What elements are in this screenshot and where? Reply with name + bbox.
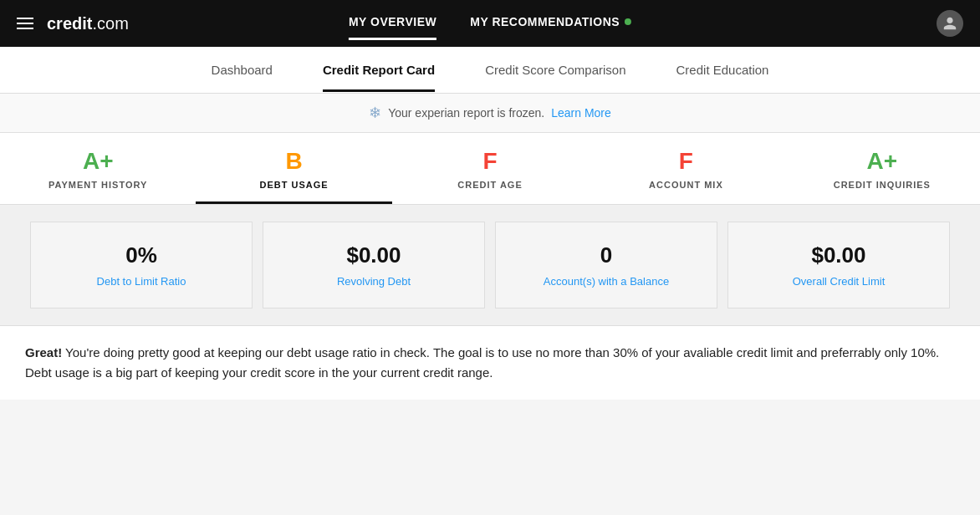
subnav-credit-report-card[interactable]: Credit Report Card <box>323 48 435 92</box>
stat-label-debt-to-limit: Debt to Limit Ratio <box>97 275 186 288</box>
grade-tab-credit-age[interactable]: F CREDIT AGE <box>392 133 588 204</box>
grade-tab-credit-inquiries[interactable]: A+ CREDIT INQUIRIES <box>784 133 980 204</box>
stats-row: 0% Debt to Limit Ratio $0.00 Revolving D… <box>0 205 980 326</box>
hamburger-menu-icon[interactable] <box>17 18 33 29</box>
description-section: Great! You're doing pretty good at keepi… <box>0 326 980 400</box>
stat-value-overall-credit-limit: $0.00 <box>811 242 865 268</box>
frozen-banner-text: Your experian report is frozen. <box>388 106 544 120</box>
subnav-credit-score-comparison[interactable]: Credit Score Comparison <box>485 48 625 92</box>
grade-tab-debt-usage[interactable]: B DEBT USAGE <box>196 133 391 204</box>
notification-dot <box>625 18 631 25</box>
stat-card-overall-credit-limit: $0.00 Overall Credit Limit <box>727 222 950 308</box>
user-menu[interactable] <box>937 10 963 37</box>
top-navigation: credit.com MY OVERVIEW MY RECOMMENDATION… <box>0 0 980 47</box>
stat-value-revolving-debt: $0.00 <box>346 242 401 268</box>
stat-value-debt-to-limit: 0% <box>125 242 157 268</box>
grade-tabs: A+ PAYMENT HISTORY B DEBT USAGE F CREDIT… <box>0 133 980 205</box>
main-nav-links: MY OVERVIEW MY RECOMMENDATIONS <box>349 15 631 32</box>
nav-link-my-overview[interactable]: MY OVERVIEW <box>349 15 436 32</box>
sub-navigation: Dashboard Credit Report Card Credit Scor… <box>0 47 980 94</box>
subnav-credit-education[interactable]: Credit Education <box>676 48 769 92</box>
stat-card-accounts-with-balance: 0 Account(s) with a Balance <box>495 222 717 308</box>
nav-link-my-recommendations[interactable]: MY RECOMMENDATIONS <box>470 15 631 32</box>
grade-label-credit-age: CREDIT AGE <box>457 180 522 190</box>
grade-letter-credit-age: F <box>482 148 497 175</box>
person-icon <box>942 16 957 31</box>
grade-letter-credit-inquiries: A+ <box>867 148 898 175</box>
stat-label-overall-credit-limit: Overall Credit Limit <box>793 275 886 288</box>
snowflake-icon: ❄ <box>369 104 381 122</box>
grade-letter-account-mix: F <box>679 148 693 175</box>
stat-label-accounts-with-balance: Account(s) with a Balance <box>544 275 669 288</box>
user-avatar-icon[interactable] <box>937 10 963 37</box>
grade-letter-debt-usage: B <box>285 148 302 175</box>
subnav-dashboard[interactable]: Dashboard <box>212 48 273 92</box>
description-text: You're doing pretty good at keeping our … <box>25 345 939 380</box>
stat-card-debt-to-limit: 0% Debt to Limit Ratio <box>30 222 253 308</box>
brand-logo: credit.com <box>47 14 129 33</box>
grade-label-credit-inquiries: CREDIT INQUIRIES <box>834 180 931 190</box>
grade-label-debt-usage: DEBT USAGE <box>260 180 329 190</box>
grade-tab-account-mix[interactable]: F ACCOUNT MIX <box>588 133 783 204</box>
stat-value-accounts-with-balance: 0 <box>600 242 612 268</box>
frozen-banner: ❄ Your experian report is frozen. Learn … <box>0 94 980 133</box>
grade-label-account-mix: ACCOUNT MIX <box>649 180 723 190</box>
grade-letter-payment-history: A+ <box>83 148 114 175</box>
grade-label-payment-history: PAYMENT HISTORY <box>48 180 147 190</box>
stat-label-revolving-debt: Revolving Debt <box>337 275 411 288</box>
learn-more-link[interactable]: Learn More <box>551 106 611 120</box>
description-bold: Great! <box>25 345 62 359</box>
stat-card-revolving-debt: $0.00 Revolving Debt <box>263 222 485 308</box>
grade-tab-payment-history[interactable]: A+ PAYMENT HISTORY <box>0 133 196 204</box>
